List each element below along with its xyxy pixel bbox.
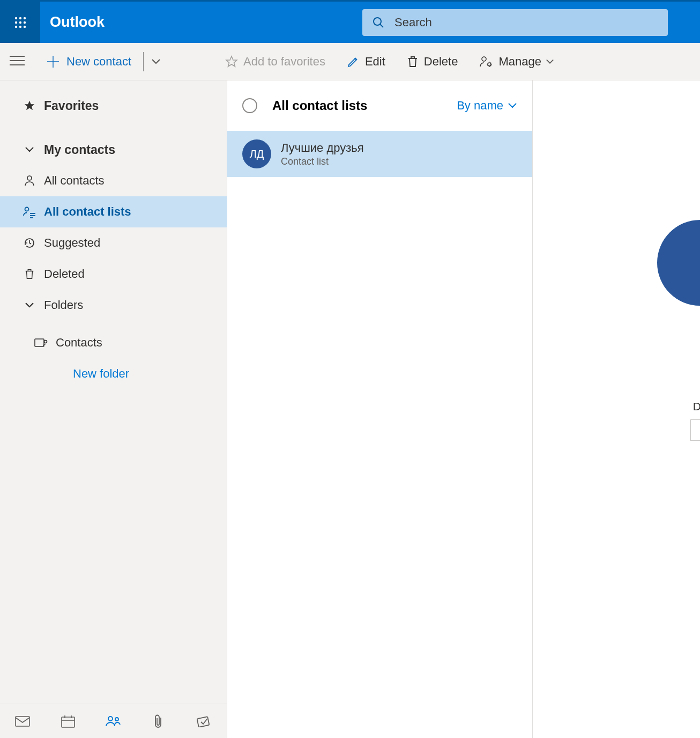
svg-point-5	[23, 21, 25, 23]
svg-marker-16	[226, 56, 237, 67]
chevron-down-icon	[546, 58, 554, 65]
contacts-folder-icon	[34, 337, 48, 349]
manage-label: Manage	[498, 55, 541, 69]
waffle-icon	[14, 17, 26, 28]
people-icon	[105, 715, 121, 728]
svg-point-1	[19, 17, 21, 19]
attachment-icon	[153, 714, 164, 729]
add-to-favorites-label: Add to favorites	[243, 55, 325, 69]
svg-point-2	[23, 17, 25, 19]
select-all-checkbox[interactable]	[242, 98, 257, 113]
svg-point-6	[14, 25, 17, 27]
person-icon	[24, 174, 35, 187]
svg-point-26	[44, 341, 47, 343]
hamburger-icon	[10, 55, 25, 66]
new-contact-label: New contact	[66, 55, 131, 69]
app-launcher[interactable]	[0, 2, 40, 43]
people-list-icon	[23, 205, 36, 218]
sidebar-item-deleted[interactable]: Deleted	[0, 259, 227, 290]
search-input[interactable]	[394, 16, 658, 29]
svg-rect-27	[16, 717, 29, 726]
avatar: ЛД	[242, 139, 271, 168]
edit-label: Edit	[365, 55, 385, 69]
people-module-button[interactable]	[91, 704, 136, 738]
files-module-button[interactable]	[136, 704, 182, 738]
contact-list-pane: All contact lists By name ЛД Лучшие друз…	[227, 80, 533, 738]
new-contact-button[interactable]: New contact	[47, 52, 161, 71]
mail-module-button[interactable]	[0, 704, 46, 738]
list-title: All contact lists	[272, 98, 367, 113]
svg-rect-28	[62, 717, 75, 727]
new-folder-link[interactable]: New folder	[0, 358, 227, 389]
svg-point-35	[108, 717, 113, 721]
sidebar-item-label: All contact lists	[44, 205, 131, 219]
sidebar-item-folders[interactable]: Folders	[0, 290, 227, 321]
search-box[interactable]	[362, 9, 668, 36]
todo-module-button[interactable]	[181, 704, 227, 738]
edit-button[interactable]: Edit	[347, 55, 385, 69]
detail-field-label: D	[693, 400, 700, 413]
add-to-favorites-button: Add to favorites	[225, 55, 325, 69]
sidebar-item-label: Folders	[44, 298, 83, 312]
svg-marker-19	[25, 101, 34, 110]
sidebar-item-my-contacts[interactable]: My contacts	[0, 134, 227, 165]
trash-icon	[407, 55, 419, 68]
svg-point-3	[14, 21, 17, 23]
sidebar-item-label: Deleted	[44, 267, 85, 281]
sidebar-item-contacts-folder[interactable]: Contacts	[0, 327, 227, 358]
svg-point-7	[19, 25, 21, 27]
svg-point-4	[19, 21, 21, 23]
list-item-name: Лучшие друзья	[281, 141, 364, 155]
sidebar-item-all-contacts[interactable]: All contacts	[0, 165, 227, 196]
chevron-down-icon[interactable]	[151, 58, 161, 65]
mail-icon	[15, 716, 30, 727]
history-icon	[23, 237, 36, 249]
nav-toggle[interactable]	[10, 55, 31, 68]
plus-icon	[47, 56, 59, 68]
chevron-down-icon	[25, 146, 34, 153]
svg-line-10	[380, 24, 383, 27]
svg-rect-25	[35, 339, 44, 346]
trash-icon	[24, 268, 35, 280]
svg-point-20	[27, 176, 32, 180]
star-icon	[24, 100, 35, 112]
detail-input[interactable]	[690, 419, 700, 441]
sidebar-item-all-contact-lists[interactable]: All contact lists	[0, 196, 227, 227]
sidebar-item-label: Favorites	[44, 99, 99, 113]
delete-label: Delete	[424, 55, 458, 69]
detail-avatar	[657, 220, 700, 306]
detail-pane: D	[533, 80, 700, 738]
sort-dropdown[interactable]: By name	[457, 99, 517, 113]
list-item[interactable]: ЛД Лучшие друзья Contact list	[227, 131, 532, 177]
avatar-initials: ЛД	[250, 148, 264, 160]
manage-button[interactable]: Manage	[479, 55, 560, 69]
svg-rect-37	[197, 717, 209, 727]
list-item-subtitle: Contact list	[281, 156, 364, 167]
new-folder-label: New folder	[73, 367, 129, 381]
star-outline-icon	[225, 55, 238, 68]
calendar-module-button[interactable]	[46, 704, 91, 738]
delete-button[interactable]: Delete	[407, 55, 458, 69]
divider	[143, 52, 144, 71]
sidebar-item-label: All contacts	[44, 174, 105, 188]
svg-point-21	[25, 208, 29, 211]
svg-point-17	[482, 57, 486, 61]
svg-point-9	[374, 18, 381, 25]
sidebar: Favorites My contacts All contacts All c…	[0, 80, 227, 738]
sidebar-item-label: Contacts	[56, 336, 102, 350]
calendar-icon	[61, 715, 75, 728]
chevron-down-icon	[508, 102, 517, 109]
sidebar-item-favorites[interactable]: Favorites	[0, 90, 227, 121]
svg-point-0	[14, 17, 17, 19]
chevron-down-icon	[25, 302, 34, 308]
svg-point-8	[23, 25, 25, 27]
person-gear-icon	[479, 55, 493, 68]
sidebar-item-label: My contacts	[44, 143, 115, 157]
sort-label: By name	[457, 99, 503, 113]
sidebar-item-suggested[interactable]: Suggested	[0, 227, 227, 259]
check-icon	[197, 715, 212, 727]
sidebar-item-label: Suggested	[44, 236, 100, 250]
search-icon	[372, 16, 385, 29]
pencil-icon	[347, 55, 360, 68]
brand-name: Outlook	[50, 14, 105, 31]
